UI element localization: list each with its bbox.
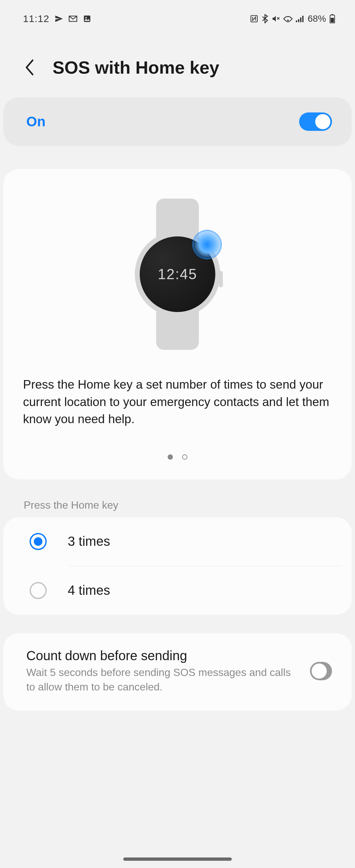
countdown-text: Count down before sending Wait 5 seconds…: [26, 648, 297, 694]
chevron-left-icon: [23, 58, 36, 76]
status-bar: 11:12 68%: [0, 0, 355, 31]
pulse-icon: [192, 230, 222, 259]
watch-illustration: 12:45: [23, 198, 332, 350]
switch-thumb: [311, 663, 327, 679]
illustration-card: 12:45 Press the Home key a set number of…: [3, 169, 352, 479]
send-icon: [55, 14, 63, 23]
master-toggle-row[interactable]: On: [3, 97, 352, 146]
page-dot-2[interactable]: [182, 454, 187, 460]
mute-icon: [271, 14, 280, 23]
option-4-times[interactable]: 4 times: [3, 566, 352, 615]
master-toggle-switch[interactable]: [299, 113, 332, 131]
svg-rect-10: [331, 18, 334, 23]
bluetooth-icon: [262, 14, 268, 23]
page-header: SOS with Home key: [0, 31, 355, 97]
switch-thumb: [315, 114, 331, 130]
countdown-title: Count down before sending: [26, 648, 297, 663]
svg-point-1: [86, 17, 87, 19]
option-3-times[interactable]: 3 times: [3, 517, 352, 566]
countdown-card[interactable]: Count down before sending Wait 5 seconds…: [3, 633, 352, 711]
back-button[interactable]: [20, 58, 39, 77]
battery-icon: [329, 14, 335, 23]
radio-3-times[interactable]: [30, 533, 47, 550]
radio-label-3-times: 3 times: [68, 534, 110, 549]
nfc-icon: [250, 14, 258, 23]
signal-icon: [296, 15, 304, 22]
page-indicator[interactable]: [23, 454, 332, 460]
status-right: 68%: [250, 13, 335, 24]
radio-4-times[interactable]: [30, 582, 47, 599]
svg-point-3: [287, 20, 289, 21]
svg-rect-4: [296, 20, 297, 22]
press-options-card: 3 times 4 times: [3, 517, 352, 615]
watch-time: 12:45: [158, 266, 197, 282]
status-left: 11:12: [23, 13, 91, 24]
svg-rect-0: [84, 16, 90, 22]
page-dot-1[interactable]: [168, 454, 173, 460]
svg-rect-5: [298, 19, 299, 22]
battery-text: 68%: [308, 13, 326, 24]
illustration-description: Press the Home key a set number of times…: [23, 376, 332, 428]
status-time: 11:12: [23, 13, 49, 24]
radio-label-4-times: 4 times: [68, 583, 110, 598]
image-icon: [83, 14, 91, 23]
countdown-subtitle: Wait 5 seconds before sending SOS messag…: [26, 665, 297, 694]
svg-rect-6: [300, 18, 301, 22]
page-title: SOS with Home key: [53, 57, 219, 78]
press-section-header: Press the Home key: [24, 499, 355, 511]
countdown-switch[interactable]: [310, 662, 332, 680]
navigation-handle[interactable]: [123, 858, 232, 861]
gmail-icon: [68, 15, 77, 22]
master-toggle-label: On: [26, 114, 45, 129]
wifi-icon: [283, 15, 293, 22]
svg-rect-7: [302, 16, 303, 22]
